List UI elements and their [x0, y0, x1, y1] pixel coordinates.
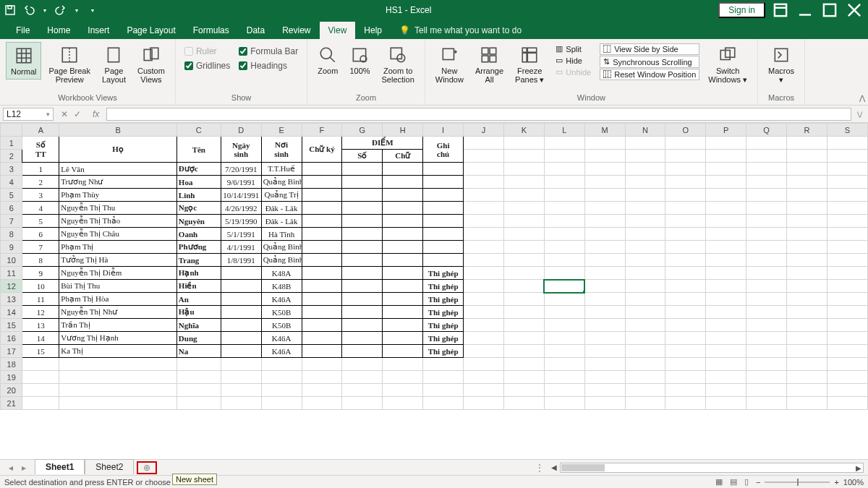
row-header-2[interactable]: 2: [1, 150, 22, 163]
col-header-J[interactable]: J: [464, 124, 504, 137]
tab-data[interactable]: Data: [238, 22, 273, 39]
qat-customize-icon[interactable]: ▾: [87, 4, 98, 16]
col-header-B[interactable]: B: [59, 124, 177, 137]
name-box[interactable]: L12▾: [3, 108, 54, 121]
col-header-S[interactable]: S: [827, 124, 867, 137]
tab-view[interactable]: View: [320, 22, 356, 39]
col-header-E[interactable]: E: [261, 124, 302, 137]
row-header-5[interactable]: 5: [1, 189, 22, 202]
tab-split-handle[interactable]: ⋮: [531, 463, 548, 473]
col-header-O[interactable]: O: [665, 124, 706, 137]
redo-dropdown-icon[interactable]: ▾: [74, 4, 80, 16]
headings-checkbox[interactable]: Headings: [239, 61, 298, 71]
zoom-to-selection-button[interactable]: Zoom to Selection: [378, 42, 419, 87]
zoom-slider[interactable]: [765, 481, 830, 483]
row-header-12[interactable]: 12: [1, 280, 22, 293]
col-header-C[interactable]: C: [176, 124, 221, 137]
tab-home[interactable]: Home: [38, 22, 79, 39]
split-button[interactable]: ▥Split: [553, 43, 594, 54]
col-header-L[interactable]: L: [544, 124, 584, 137]
enter-formula-icon[interactable]: ✓: [74, 109, 81, 119]
normal-view-status-icon[interactable]: ▦: [715, 477, 723, 487]
row-header-19[interactable]: 19: [1, 371, 22, 384]
switch-windows-button[interactable]: Switch Windows ▾: [704, 42, 752, 87]
row-header-16[interactable]: 16: [1, 332, 22, 345]
arrange-all-button[interactable]: Arrange All: [471, 42, 508, 87]
tab-page-layout[interactable]: Page Layout: [118, 22, 184, 39]
zoom-100-button[interactable]: 100%: [345, 42, 374, 78]
new-window-button[interactable]: New Window: [431, 42, 468, 87]
row-header-8[interactable]: 8: [1, 228, 22, 241]
scroll-right-icon[interactable]: ▶: [856, 464, 861, 472]
row-header-11[interactable]: 11: [1, 267, 22, 280]
zoom-in-icon[interactable]: +: [834, 478, 838, 487]
col-header-D[interactable]: D: [221, 124, 261, 137]
hide-button[interactable]: ▭Hide: [553, 55, 594, 66]
synchronous-scrolling-button[interactable]: ⇅Synchronous Scrolling: [600, 56, 699, 68]
col-header-N[interactable]: N: [625, 124, 665, 137]
page-layout-status-icon[interactable]: ▤: [730, 477, 737, 487]
reset-window-position-button[interactable]: ⿲Reset Window Position: [600, 69, 699, 80]
zoom-button[interactable]: Zoom: [313, 42, 342, 78]
sheet-tab-sheet1[interactable]: Sheet1: [35, 459, 85, 474]
row-header-7[interactable]: 7: [1, 215, 22, 228]
zoom-level[interactable]: 100%: [843, 478, 864, 487]
row-header-3[interactable]: 3: [1, 163, 22, 176]
formula-input[interactable]: [106, 108, 851, 121]
row-header-21[interactable]: 21: [1, 397, 22, 410]
close-icon[interactable]: [845, 3, 864, 17]
page-layout-button[interactable]: Page Layout: [98, 42, 130, 87]
macros-button[interactable]: Macros ▾: [764, 42, 799, 87]
col-header-I[interactable]: I: [423, 124, 464, 137]
col-header-F[interactable]: F: [302, 124, 342, 137]
select-all-cell[interactable]: [1, 124, 22, 137]
row-header-20[interactable]: 20: [1, 384, 22, 397]
freeze-panes-button[interactable]: Freeze Panes ▾: [511, 42, 548, 87]
save-icon[interactable]: [4, 4, 16, 16]
row-header-18[interactable]: 18: [1, 358, 22, 371]
undo-dropdown-icon[interactable]: ▾: [42, 4, 48, 16]
sheet-nav-first-icon[interactable]: ◂: [6, 463, 16, 473]
minimize-icon[interactable]: [796, 3, 814, 17]
row-header-1[interactable]: 1: [1, 137, 22, 150]
row-header-17[interactable]: 17: [1, 345, 22, 358]
col-header-G[interactable]: G: [342, 124, 383, 137]
sheet-tab-sheet2[interactable]: Sheet2: [85, 459, 134, 474]
page-break-button[interactable]: Page Break Preview: [44, 42, 94, 87]
add-sheet-button[interactable]: ⊕: [137, 461, 157, 474]
page-break-status-icon[interactable]: ▯: [744, 477, 749, 487]
redo-icon[interactable]: [55, 4, 67, 16]
row-header-10[interactable]: 10: [1, 254, 22, 267]
share-icon[interactable]: [856, 23, 868, 39]
col-header-Q[interactable]: Q: [746, 124, 787, 137]
ribbon-display-icon[interactable]: [771, 3, 790, 17]
sign-in-button[interactable]: Sign in: [718, 2, 765, 18]
gridlines-checkbox[interactable]: Gridlines: [184, 61, 230, 71]
fx-icon[interactable]: fx: [88, 109, 103, 119]
row-header-9[interactable]: 9: [1, 241, 22, 254]
cancel-formula-icon[interactable]: ✕: [61, 109, 68, 119]
tab-formulas[interactable]: Formulas: [184, 22, 238, 39]
tab-review[interactable]: Review: [273, 22, 319, 39]
row-header-4[interactable]: 4: [1, 176, 22, 189]
tab-help[interactable]: Help: [355, 22, 391, 39]
custom-views-button[interactable]: Custom Views: [133, 42, 169, 87]
normal-view-button[interactable]: Normal: [6, 42, 41, 80]
collapse-ribbon-icon[interactable]: ⋀: [859, 94, 865, 102]
col-header-H[interactable]: H: [383, 124, 423, 137]
undo-icon[interactable]: [23, 4, 35, 16]
col-header-M[interactable]: M: [584, 124, 625, 137]
tell-me-search[interactable]: 💡 Tell me what you want to do: [391, 22, 530, 39]
view-side-by-side-button[interactable]: ⿰View Side by Side: [600, 43, 699, 55]
tab-insert[interactable]: Insert: [79, 22, 118, 39]
col-header-K[interactable]: K: [503, 124, 544, 137]
row-header-13[interactable]: 13: [1, 293, 22, 306]
sheet-nav-prev-icon[interactable]: ▸: [19, 463, 29, 473]
row-header-6[interactable]: 6: [1, 202, 22, 215]
ruler-checkbox[interactable]: Ruler: [184, 46, 230, 56]
col-header-P[interactable]: P: [706, 124, 746, 137]
row-header-14[interactable]: 14: [1, 306, 22, 319]
expand-formula-bar-icon[interactable]: ⋁: [854, 111, 865, 118]
tab-file[interactable]: File: [7, 22, 38, 39]
horizontal-scrollbar[interactable]: ▶: [560, 463, 864, 473]
